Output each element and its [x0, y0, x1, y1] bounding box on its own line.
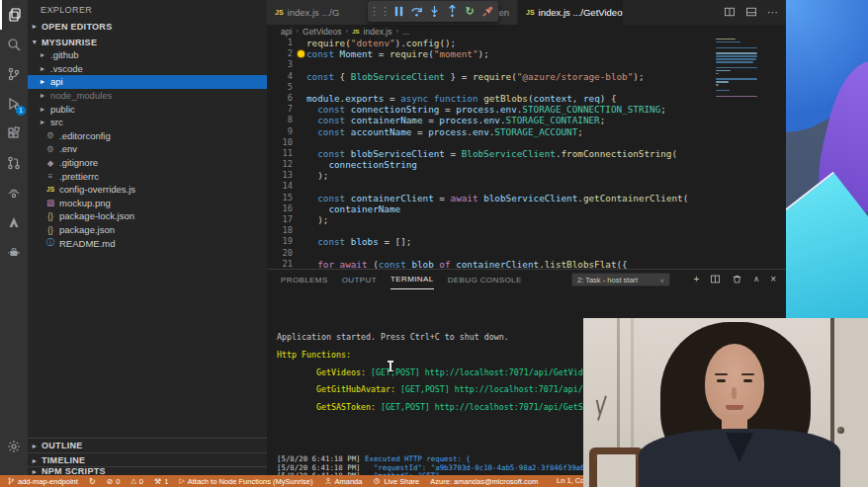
disconnect-icon[interactable]	[480, 4, 494, 20]
file-tree: ▸.github▸.vscode▸api▸node_modules▸public…	[28, 48, 267, 250]
run-debug-icon[interactable]: 1	[0, 89, 28, 119]
code-line-21[interactable]: 21 for await (const blob of containerCli…	[267, 259, 786, 269]
code-line-14[interactable]: 14	[267, 181, 786, 192]
panel-tab-problems[interactable]: PROBLEMS	[281, 270, 328, 289]
status-attach-to-node-functions-mysunrise[interactable]: ▷Attach to Node Functions (MySunrise)	[179, 477, 312, 486]
minimap[interactable]	[714, 38, 759, 101]
split-editor-icon[interactable]	[724, 4, 736, 22]
tree-item-public[interactable]: ▸public	[28, 102, 267, 116]
workspace-root-row[interactable]: ▾ MYSUNRISE	[28, 35, 267, 49]
search-icon[interactable]	[0, 30, 28, 59]
step-out-icon[interactable]	[445, 4, 459, 20]
tree-item-api[interactable]: ▸api	[28, 75, 267, 89]
eyebrow	[715, 373, 728, 375]
tree-item--github[interactable]: ▸.github	[28, 48, 267, 62]
outline-section[interactable]: ▸ OUTLINE	[28, 438, 267, 452]
code-line-17[interactable]: 17 );	[267, 214, 786, 225]
explorer-icon[interactable]	[0, 0, 28, 30]
chevron-right-icon: ▸	[28, 442, 42, 450]
status-live-share[interactable]: Live Share	[373, 477, 419, 486]
rest-client-teapot-icon[interactable]	[0, 237, 28, 267]
tree-item-node-modules[interactable]: ▸node_modules	[28, 89, 267, 103]
code-line-9[interactable]: 9 const accountName = process.env.STORAG…	[267, 126, 786, 137]
code-line-6[interactable]: 6module.exports = async function getBlob…	[267, 93, 786, 104]
github-pull-requests-icon[interactable]	[0, 148, 28, 178]
eyebrow	[741, 373, 754, 375]
code-line-3[interactable]: 3	[267, 59, 786, 70]
npm-scripts-section[interactable]: ▸ NPM SCRIPTS	[28, 466, 267, 475]
panel-tab-terminal[interactable]: TERMINAL	[391, 270, 434, 289]
chair-back	[589, 447, 644, 487]
tree-item--env[interactable]: ⚙.env	[28, 142, 267, 156]
code-line-10[interactable]: 10	[267, 137, 786, 148]
open-editors-section[interactable]: ▸ OPEN EDITORS	[28, 19, 267, 34]
settings-gear-icon[interactable]	[0, 432, 28, 461]
tree-item-readme-md[interactable]: ⓘREADME.md	[28, 236, 267, 250]
status-amanda[interactable]: Amanda	[324, 477, 363, 486]
code-line-18[interactable]: 18	[267, 225, 786, 236]
timeline-section[interactable]: ▸ TIMELINE	[28, 452, 267, 467]
tree-item--vscode[interactable]: ▸.vscode	[28, 62, 267, 76]
more-actions-icon[interactable]: ⋯	[767, 6, 778, 19]
azure-icon[interactable]	[0, 207, 28, 237]
status-0[interactable]: △0	[130, 477, 143, 486]
code-line-11[interactable]: 11 const blobServiceClient = BlobService…	[267, 148, 786, 159]
js-file-icon: JS	[526, 9, 535, 16]
eye	[717, 379, 726, 382]
tree-item--prettierrc[interactable]: ≡.prettierrc	[28, 169, 267, 183]
chevron-down-icon: ∨	[660, 277, 664, 284]
toolbar-grip[interactable]: ⋮⋮	[372, 4, 388, 20]
restart-icon[interactable]: ↻	[463, 4, 477, 20]
step-into-icon[interactable]	[427, 4, 441, 20]
status-add-map-endpoint[interactable]: add-map-endpoint	[7, 477, 78, 486]
split-terminal-icon[interactable]	[710, 271, 721, 288]
breadcrumb-separator: ›	[296, 27, 299, 36]
code-line-1[interactable]: 1require("dotenv").config();	[267, 38, 786, 48]
terminal-selector-dropdown[interactable]: 2: Task - host start ∨	[571, 273, 670, 286]
status-sync[interactable]: ↻	[89, 477, 96, 486]
code-editor[interactable]: 1require("dotenv").config();2const Momen…	[267, 38, 786, 269]
code-line-20[interactable]: 20	[267, 248, 786, 259]
live-share-contacts-icon[interactable]	[0, 178, 28, 207]
extensions-icon[interactable]	[0, 119, 28, 148]
breadcrumb[interactable]: api › GetVideos › JS index.js › ...	[267, 25, 786, 38]
tree-item--gitignore[interactable]: ◆.gitignore	[28, 156, 267, 170]
code-line-15[interactable]: 15 const containerClient = await blobSer…	[267, 193, 786, 203]
tab-index-js-g[interactable]: JS index.js .../G	[267, 0, 369, 25]
close-panel-icon[interactable]: ×	[770, 270, 776, 289]
json-file-icon: {}	[44, 225, 56, 235]
js-file-icon: JS	[275, 9, 284, 16]
code-line-16[interactable]: 16 containerName	[267, 203, 786, 214]
code-line-4[interactable]: 4const { BlobServiceClient } = require("…	[267, 71, 786, 82]
tab-index-js-getvideos[interactable]: JS index.js .../GetVideos ×	[518, 0, 624, 25]
tree-item-config-overrides-js[interactable]: JSconfig-overrides.js	[28, 183, 267, 197]
code-line-12[interactable]: 12 connectionString	[267, 159, 786, 170]
new-terminal-icon[interactable]: +	[693, 270, 699, 289]
code-line-2[interactable]: 2const Moment = require("moment");	[267, 48, 786, 59]
panel-tab-debug-console[interactable]: DEBUG CONSOLE	[448, 270, 522, 289]
screen: 1 EXPLORER ▸ OPEN EDITORS ▾	[0, 0, 868, 487]
code-line-8[interactable]: 8 const containerName = process.env.STOR…	[267, 115, 786, 125]
code-line-7[interactable]: 7 const connectionString = process.env.S…	[267, 104, 786, 115]
kill-terminal-icon[interactable]	[732, 271, 742, 288]
code-line-5[interactable]: 5	[267, 82, 786, 93]
activity-bar: 1	[0, 0, 28, 475]
tree-item-mockup-png[interactable]: ▨mockup.png	[28, 197, 267, 210]
status-azure-amandas-microsoft-com[interactable]: Azure: amandas@microsoft.com	[430, 477, 538, 486]
lightbulb-icon[interactable]	[298, 50, 304, 57]
status-0[interactable]: ⊘0	[107, 477, 121, 486]
tree-item-package-lock-json[interactable]: {}package-lock.json	[28, 209, 267, 223]
tree-item--editorconfig[interactable]: ⚙.editorconfig	[28, 129, 267, 143]
pause-icon[interactable]	[391, 4, 405, 20]
code-line-13[interactable]: 13 );	[267, 170, 786, 181]
maximize-panel-icon[interactable]: ∧	[753, 270, 759, 289]
code-line-19[interactable]: 19 const blobs = [];	[267, 236, 786, 247]
panel-tab-output[interactable]: OUTPUT	[342, 270, 377, 289]
toggle-layout-icon[interactable]	[745, 4, 757, 22]
tree-item-package-json[interactable]: {}package.json	[28, 223, 267, 237]
status-1[interactable]: ⚒1	[154, 477, 168, 486]
door-knob	[837, 427, 844, 434]
step-over-icon[interactable]	[409, 4, 423, 20]
tree-item-src[interactable]: ▸src	[28, 116, 267, 129]
source-control-icon[interactable]	[0, 59, 28, 89]
